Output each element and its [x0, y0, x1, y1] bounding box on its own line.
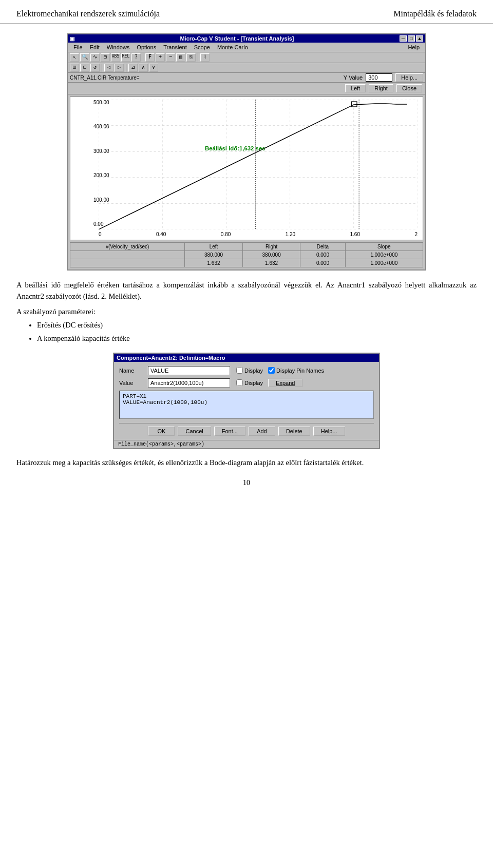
- page-number: 10: [16, 479, 477, 487]
- name-label: Name: [119, 368, 145, 374]
- sim-title-bar: ▣ Micro-Cap V Student - [Transient Analy…: [68, 34, 425, 43]
- toolbar-btn-plus[interactable]: +: [156, 53, 165, 62]
- y-value-input[interactable]: [366, 73, 392, 82]
- menu-edit[interactable]: Edit: [86, 44, 103, 51]
- page-header: Elektromechanikai rendszerek szimulációj…: [0, 0, 493, 24]
- value-label: Value: [119, 380, 145, 386]
- font-button[interactable]: Font...: [214, 427, 245, 436]
- text-area-line-1: PART=X1: [123, 393, 370, 399]
- sim-data-table: v(Velocity_rad/sec) Left Right Delta Slo…: [70, 242, 423, 267]
- toolbar2-btn3[interactable]: ↺: [90, 64, 100, 72]
- paragraph-3: Határozzuk meg a kapacitás szükséges ért…: [16, 457, 477, 469]
- text-area-line-2: VALUE=Anacntr2(1000,100u): [123, 399, 370, 406]
- toolbar-btn-minus[interactable]: −: [166, 53, 175, 62]
- expand-button[interactable]: Expand: [268, 379, 302, 387]
- toolbar-btn-rel[interactable]: REL: [121, 53, 130, 62]
- menu-options[interactable]: Options: [133, 44, 160, 51]
- header-right: Mintapéldák és feladatok: [393, 9, 477, 18]
- sim-file-bar: CNTR_A11.CIR Temperature= Y Value Help..…: [68, 73, 425, 83]
- toolbar2-btn1[interactable]: ⊞: [70, 64, 79, 72]
- toolbar2-btn6[interactable]: ⊿: [128, 64, 138, 72]
- dialog-title-text: Component=Anacntr2: Definition=Macro: [117, 355, 225, 361]
- bullet-item-2: A kompenzáló kapacitás értéke: [37, 333, 477, 344]
- toolbar-btn-waveform[interactable]: ⌇: [200, 53, 210, 62]
- bullet-item-1: Erősítés (DC erősítés): [37, 319, 477, 331]
- menu-transient[interactable]: Transient: [160, 44, 190, 51]
- dialog-buttons-row: OK Cancel Font... Add Delete Help...: [119, 423, 374, 436]
- sim-filename: CNTR_A11.CIR Temperature=: [70, 75, 140, 81]
- sim-close-btn-title[interactable]: ▲: [416, 35, 423, 42]
- svg-text:Beállási idő:1,632 sec: Beállási idő:1,632 sec: [205, 145, 266, 151]
- svg-rect-12: [352, 102, 357, 107]
- display2-checkbox-label[interactable]: Display: [236, 379, 263, 386]
- toolbar-btn-copy[interactable]: ⎘: [186, 53, 196, 62]
- sim-menu-bar: File Edit Windows Options Transient Scop…: [68, 43, 425, 52]
- sim-graph-area: 500.00 400.00 300.00 200.00 100.00 0.00: [70, 97, 423, 240]
- dialog-name-row: Name Display Display Pin Names: [119, 366, 374, 375]
- menu-montecarlo[interactable]: Monte Carlo: [214, 44, 252, 51]
- display2-checkbox[interactable]: [236, 379, 243, 386]
- x-axis: 0 0.40 0.80 1.20 1.60 2: [99, 232, 418, 237]
- header-left: Elektromechanikai rendszerek szimulációj…: [16, 9, 160, 18]
- right-btn[interactable]: Right: [369, 84, 393, 92]
- toolbar2-btn4[interactable]: ◁: [104, 64, 113, 72]
- left-btn[interactable]: Left: [345, 84, 366, 92]
- y-value-label: Y Value: [344, 74, 363, 81]
- toolbar-btn-abs[interactable]: ABS: [111, 53, 120, 62]
- toolbar-btn-print[interactable]: ▤: [176, 53, 185, 62]
- sim-cursor-panel: Y Value Help...: [344, 73, 423, 82]
- dialog-footer: File_name(<params>,<params>): [114, 440, 379, 448]
- dialog-text-area: PART=X1 VALUE=Anacntr2(1000,100u): [119, 391, 374, 419]
- toolbar2-btn5[interactable]: ▷: [115, 64, 124, 72]
- name-input[interactable]: [148, 366, 230, 375]
- toolbar-btn-arrow[interactable]: ↖: [70, 53, 79, 62]
- sim-title-text: Micro-Cap V Student - [Transient Analysi…: [180, 35, 294, 42]
- help-dialog-button[interactable]: Help...: [313, 427, 345, 436]
- menu-help[interactable]: Help: [404, 44, 423, 51]
- delete-button[interactable]: Delete: [278, 427, 310, 436]
- menu-scope[interactable]: Scope: [191, 44, 214, 51]
- sim-window-icon: ▣: [70, 36, 74, 42]
- sim-toolbar: ↖ 🔍 ∿ ⊞ ABS REL ? F + − ▤ ⎘ ⌇: [68, 52, 425, 63]
- toolbar-btn-zoom[interactable]: 🔍: [80, 53, 89, 62]
- sim-cursor-row: Left Right Close: [68, 83, 425, 94]
- toolbar-btn-q[interactable]: ?: [131, 53, 141, 62]
- cancel-button[interactable]: Cancel: [178, 427, 211, 436]
- menu-windows[interactable]: Windows: [103, 44, 134, 51]
- display-checkbox[interactable]: [236, 367, 243, 374]
- help-btn[interactable]: Help...: [395, 73, 423, 82]
- toolbar-btn-tag[interactable]: ⊞: [101, 53, 110, 62]
- add-button[interactable]: Add: [249, 427, 275, 436]
- table-row: 380.000 380.000 0.000 1.000e+000: [70, 251, 423, 259]
- dialog-value-row: Value Display Expand: [119, 378, 374, 388]
- dialog-title-bar: Component=Anacntr2: Definition=Macro: [114, 354, 379, 362]
- toolbar-btn-wave[interactable]: ∿: [90, 53, 100, 62]
- sim-maximize-btn[interactable]: □: [408, 35, 415, 42]
- dialog-window: Component=Anacntr2: Definition=Macro Nam…: [113, 353, 380, 449]
- close-btn[interactable]: Close: [396, 84, 422, 92]
- toolbar2-btn2[interactable]: ⊟: [80, 64, 89, 72]
- paragraph-1: A beállási idő megfelelő értéken tartásá…: [16, 280, 477, 302]
- section-heading: A szabályozó paraméterei:: [16, 307, 477, 316]
- sim-window: ▣ Micro-Cap V Student - [Transient Analy…: [67, 33, 426, 271]
- value-input[interactable]: [148, 378, 230, 388]
- sim-minimize-btn[interactable]: ─: [400, 35, 407, 42]
- table-row: 1.632 1.632 0.000 1.000e+000: [70, 259, 423, 267]
- graph-canvas: Beállási idő:1,632 sec: [99, 100, 418, 229]
- display-checkbox-label[interactable]: Display: [236, 367, 263, 374]
- toolbar2-btn7[interactable]: ∧: [139, 64, 148, 72]
- display-pin-checkbox[interactable]: [268, 367, 275, 374]
- ok-button[interactable]: OK: [148, 427, 175, 436]
- display-pin-checkbox-label[interactable]: Display Pin Names: [268, 367, 324, 374]
- toolbar2-btn8[interactable]: ∨: [149, 64, 158, 72]
- menu-file[interactable]: File: [70, 44, 86, 51]
- sim-toolbar2: ⊞ ⊟ ↺ ◁ ▷ ⊿ ∧ ∨: [68, 63, 425, 73]
- toolbar-btn-f[interactable]: F: [145, 53, 155, 62]
- bullet-list: Erősítés (DC erősítés) A kompenzáló kapa…: [37, 319, 477, 344]
